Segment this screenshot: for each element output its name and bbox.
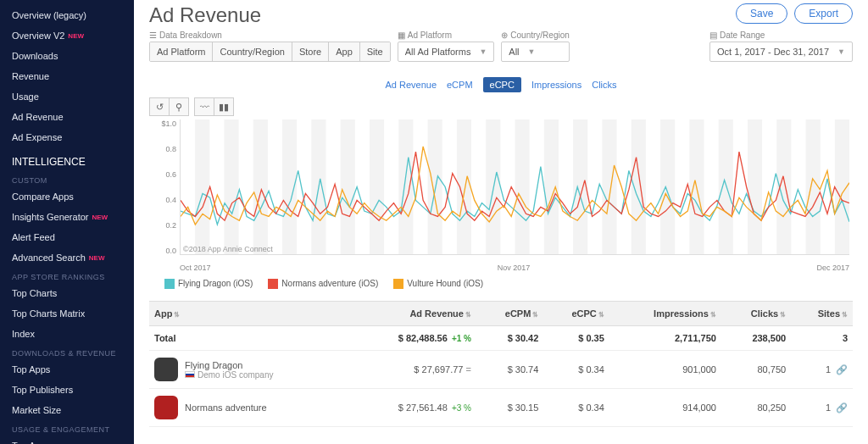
- filter-label-breakdown: Data Breakdown: [159, 31, 222, 40]
- app-publisher: Demo iOS company: [185, 370, 273, 380]
- column-header[interactable]: Clicks⇅: [721, 302, 791, 326]
- y-tick: 0.2: [149, 221, 176, 230]
- sidebar-item[interactable]: Market Size: [0, 400, 134, 420]
- svg-rect-19: [748, 119, 762, 254]
- nav-subheader: APP STORE RANKINGS: [0, 268, 134, 283]
- sidebar-item[interactable]: Insights GeneratorNEW: [0, 207, 134, 227]
- svg-rect-5: [341, 119, 355, 254]
- column-header[interactable]: Sites⇅: [791, 302, 853, 326]
- chart-legend: Flying Dragon (iOS)Normans adventure (iO…: [164, 279, 853, 289]
- app-icon: [154, 358, 178, 381]
- filter-label-platform: Ad Platform: [408, 31, 452, 40]
- breakdown-segment[interactable]: Site: [360, 42, 390, 61]
- link-icon[interactable]: 🔗: [836, 402, 848, 413]
- metric-tab[interactable]: Ad Revenue: [385, 80, 437, 90]
- main-content: Ad Revenue Save Export ☰Data Breakdown A…: [134, 0, 868, 444]
- chevron-down-icon: ▼: [528, 47, 536, 56]
- reset-zoom-button[interactable]: ↺: [149, 97, 170, 116]
- sidebar-item[interactable]: Alert Feed: [0, 227, 134, 247]
- sidebar-item[interactable]: Top Charts: [0, 283, 134, 303]
- page-title: Ad Revenue: [149, 3, 261, 27]
- platform-dropdown[interactable]: All Ad Platforms▼: [398, 42, 495, 62]
- sidebar-item[interactable]: Ad Revenue: [0, 107, 134, 127]
- legend-item[interactable]: Flying Dragon (iOS): [164, 279, 253, 289]
- data-table: App⇅Ad Revenue⇅eCPM⇅eCPC⇅Impressions⇅Cli…: [149, 301, 853, 427]
- x-tick: Oct 2017: [180, 264, 211, 272]
- breakdown-segment[interactable]: App: [329, 42, 360, 61]
- breakdown-segment[interactable]: Store: [292, 42, 329, 61]
- sidebar-item[interactable]: Ad Expense: [0, 127, 134, 147]
- svg-rect-1: [224, 119, 238, 254]
- save-button[interactable]: Save: [736, 3, 787, 24]
- sidebar-item[interactable]: Overview V2NEW: [0, 25, 134, 46]
- metric-tab[interactable]: eCPM: [447, 80, 473, 90]
- sidebar-item[interactable]: Top Apps: [0, 436, 134, 444]
- sidebar-item[interactable]: Top Apps: [0, 359, 134, 380]
- svg-rect-18: [719, 119, 733, 254]
- chart-toolbar: ↺ ⚲ 〰 ▮▮: [149, 97, 853, 116]
- link-icon[interactable]: 🔗: [836, 364, 848, 375]
- legend-item[interactable]: Normans adventure (iOS): [268, 279, 378, 289]
- y-tick: 0.8: [149, 145, 176, 153]
- nav-subheader: DOWNLOADS & REVENUE: [0, 344, 134, 359]
- sort-icon: ⇅: [465, 311, 471, 319]
- metric-tab[interactable]: Impressions: [531, 80, 581, 90]
- metric-tab[interactable]: eCPC: [483, 77, 521, 92]
- svg-rect-16: [660, 119, 675, 254]
- column-header[interactable]: Ad Revenue⇅: [348, 302, 476, 326]
- sidebar-item[interactable]: Downloads: [0, 46, 134, 66]
- table-row[interactable]: Flying DragonDemo iOS company$ 27,697.77…: [149, 351, 853, 389]
- metric-tabs: Ad RevenueeCPMeCPCImpressionsClicks: [149, 79, 853, 91]
- sort-icon: ⇅: [710, 311, 716, 319]
- column-header[interactable]: App⇅: [149, 302, 348, 326]
- nav-section: INTELLIGENCE: [0, 147, 134, 171]
- sidebar-item[interactable]: Usage: [0, 86, 134, 107]
- sidebar-item[interactable]: Revenue: [0, 66, 134, 86]
- flag-icon: [185, 371, 195, 378]
- metric-tab[interactable]: Clicks: [592, 80, 616, 90]
- sidebar-item[interactable]: Compare Apps: [0, 186, 134, 207]
- bar-chart-button[interactable]: ▮▮: [214, 97, 234, 116]
- svg-rect-9: [457, 119, 471, 254]
- total-row: Total$ 82,488.56 +1 %$ 30.42$ 0.352,711,…: [149, 326, 853, 351]
- breakdown-segment[interactable]: Country/Region: [213, 42, 292, 61]
- new-badge: NEW: [68, 32, 84, 40]
- line-chart-button[interactable]: 〰: [194, 97, 214, 116]
- chevron-down-icon: ▼: [479, 47, 487, 56]
- y-tick: 0.0: [149, 247, 176, 255]
- sidebar-item[interactable]: Top Charts Matrix: [0, 303, 134, 324]
- sort-icon: ⇅: [780, 311, 786, 319]
- sidebar-item[interactable]: Top Publishers: [0, 380, 134, 400]
- column-header[interactable]: eCPC⇅: [543, 302, 609, 326]
- calendar-icon: ▤: [709, 31, 717, 40]
- export-button[interactable]: Export: [794, 3, 853, 24]
- chevron-down-icon: ▼: [837, 47, 845, 56]
- y-tick: 0.6: [149, 170, 176, 179]
- sidebar: Overview (legacy)Overview V2NEWDownloads…: [0, 0, 134, 444]
- region-dropdown[interactable]: All▼: [501, 42, 569, 62]
- new-badge: NEW: [89, 254, 105, 262]
- column-header[interactable]: eCPM⇅: [476, 302, 543, 326]
- sort-icon: ⇅: [842, 311, 848, 319]
- legend-item[interactable]: Vulture Hound (iOS): [393, 279, 483, 289]
- nav-subheader: CUSTOM: [0, 171, 134, 186]
- sidebar-item[interactable]: Overview (legacy): [0, 5, 134, 25]
- legend-swatch: [268, 279, 278, 289]
- sort-icon: ⇅: [598, 311, 604, 319]
- filter-bar: ☰Data Breakdown Ad PlatformCountry/Regio…: [149, 31, 853, 62]
- sidebar-item[interactable]: Index: [0, 324, 134, 344]
- globe-icon: ⊕: [501, 31, 508, 40]
- breakdown-segment[interactable]: Ad Platform: [150, 42, 213, 61]
- new-badge: NEW: [92, 214, 108, 221]
- sidebar-item[interactable]: Advanced SearchNEW: [0, 247, 134, 268]
- zoom-button[interactable]: ⚲: [169, 97, 189, 116]
- filter-label-date: Date Range: [720, 31, 765, 40]
- date-range-dropdown[interactable]: Oct 1, 2017 - Dec 31, 2017▼: [709, 42, 853, 62]
- app-icon: [154, 396, 178, 419]
- table-row[interactable]: Normans adventure$ 27,561.48 +3 %$ 30.15…: [149, 389, 853, 427]
- y-tick: 0.4: [149, 196, 176, 204]
- column-header[interactable]: Impressions⇅: [609, 302, 721, 326]
- svg-rect-7: [398, 119, 413, 254]
- svg-rect-0: [195, 119, 209, 254]
- legend-swatch: [164, 279, 175, 289]
